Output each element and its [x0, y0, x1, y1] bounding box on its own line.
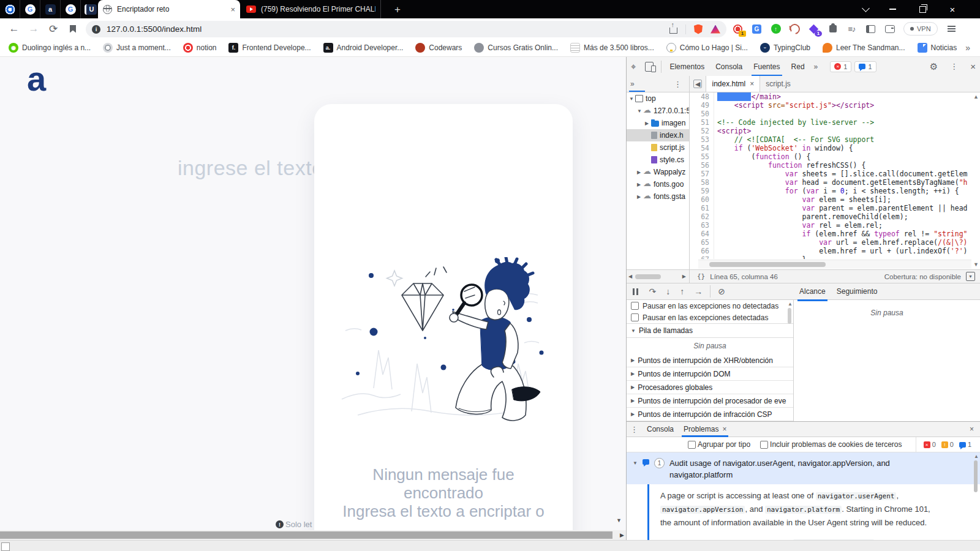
- coverage-icon[interactable]: ▼: [966, 272, 975, 281]
- scrollbar-thumb[interactable]: [0, 531, 612, 539]
- breakpoint-section[interactable]: ▶Puntos de interrupción de infracción CS…: [627, 408, 793, 421]
- breakpoint-section[interactable]: ▶Puntos de interrupción DOM: [627, 367, 793, 381]
- brave-shield-icon[interactable]: [694, 24, 703, 34]
- triangle-down-icon[interactable]: ▼: [633, 460, 638, 466]
- tab-drawer-problems[interactable]: Problemas ×: [679, 422, 731, 437]
- tab-watch[interactable]: Seguimiento: [831, 282, 883, 301]
- scroll-right-icon[interactable]: ▶: [620, 532, 624, 538]
- file-tab-index-html[interactable]: index.html ×: [706, 76, 760, 92]
- tree-expand-icon[interactable]: ▼: [637, 108, 643, 114]
- playlist-extension-icon[interactable]: ≡♪: [846, 24, 857, 34]
- pause-script-icon[interactable]: [633, 288, 638, 295]
- navigator-scrollbar[interactable]: ◀▶: [627, 270, 690, 283]
- close-window-button[interactable]: ×: [942, 0, 963, 18]
- error-count-badge[interactable]: ×1: [830, 61, 851, 72]
- line-number[interactable]: 66: [690, 247, 714, 255]
- active-tab[interactable]: Encriptador reto ×: [98, 0, 240, 18]
- scrollbar-thumb[interactable]: [974, 460, 978, 492]
- breakpoint-section[interactable]: ▶Puntos de interrupción del procesador d…: [627, 394, 793, 408]
- line-number[interactable]: 55: [690, 152, 714, 161]
- issue-row[interactable]: ▼ 1 Audit usage of navigator.userAgent, …: [627, 452, 980, 484]
- close-problems-tab-icon[interactable]: ×: [722, 425, 726, 433]
- reload-button[interactable]: ⟳: [45, 18, 61, 39]
- tab-network[interactable]: Red: [786, 57, 810, 76]
- close-tab-icon[interactable]: ×: [230, 5, 235, 14]
- settings-gear-icon[interactable]: ⚙: [930, 61, 938, 72]
- line-number[interactable]: 56: [690, 161, 714, 170]
- scrollbar-thumb[interactable]: [709, 262, 826, 267]
- tab-console[interactable]: Consola: [710, 57, 748, 76]
- pinned-tab[interactable]: G: [61, 0, 81, 18]
- bookmark-item[interactable]: Cómo Lo Hago | Si...: [666, 43, 748, 53]
- scroll-up-icon[interactable]: ▲: [788, 301, 793, 307]
- file-tree-item[interactable]: ▼top: [627, 92, 689, 105]
- brave-rewards-icon[interactable]: [710, 25, 720, 34]
- tab-search-button[interactable]: [855, 0, 876, 18]
- collapse-navigator-icon[interactable]: ◀: [693, 80, 702, 88]
- group-by-type-row[interactable]: Agrupar por tipo: [688, 440, 750, 449]
- bookmark-item[interactable]: Cursos Gratis Onlin...: [474, 43, 558, 53]
- line-number[interactable]: 50: [690, 110, 714, 118]
- scroll-down-icon[interactable]: ▼: [973, 261, 979, 268]
- thumbsup-extension-icon[interactable]: ↑: [771, 24, 781, 34]
- line-number[interactable]: 53: [690, 135, 714, 144]
- pause-caught-row[interactable]: Pausar en las excepciones detectadas: [627, 312, 793, 323]
- step-icon[interactable]: →: [694, 287, 703, 296]
- bookmark-item[interactable]: Just a moment...: [103, 43, 171, 53]
- bookmarks-overflow-chevron[interactable]: »: [965, 43, 970, 53]
- file-tree-item[interactable]: ▶fonts.gsta: [627, 190, 689, 203]
- scroll-up-icon[interactable]: ▲: [973, 94, 979, 100]
- lasso-extension-icon[interactable]: [790, 24, 800, 34]
- diamond-extension-icon[interactable]: 1: [809, 24, 819, 34]
- line-number[interactable]: 60: [690, 195, 714, 204]
- menu-button[interactable]: [946, 24, 957, 34]
- breakpoint-section[interactable]: ▶Procesadores globales: [627, 381, 793, 394]
- checkbox[interactable]: [688, 441, 696, 449]
- pretty-print-icon[interactable]: {}: [697, 272, 705, 280]
- breakpoint-section[interactable]: ▶Puntos de interrupción de XHR/obtención: [627, 354, 793, 367]
- vpn-button[interactable]: VPN: [903, 22, 938, 36]
- restore-button[interactable]: [912, 0, 933, 18]
- back-button[interactable]: ←: [6, 18, 22, 39]
- tree-expand-icon[interactable]: ▼: [629, 96, 635, 102]
- bookmark-item[interactable]: notion: [183, 43, 217, 53]
- line-number[interactable]: 59: [690, 187, 714, 195]
- line-number[interactable]: 65: [690, 238, 714, 247]
- sidebar-toggle-icon[interactable]: [865, 24, 876, 34]
- tree-expand-icon[interactable]: ▶: [637, 182, 643, 187]
- close-file-icon[interactable]: ×: [750, 80, 754, 88]
- editor-vertical-scrollbar[interactable]: ▲▼: [971, 92, 980, 269]
- bookmark-item[interactable]: a.Android Developer...: [323, 43, 404, 53]
- line-number[interactable]: 61: [690, 204, 714, 212]
- site-info-icon[interactable]: i: [92, 25, 100, 34]
- navigator-more-chevron[interactable]: »: [630, 80, 635, 88]
- line-number[interactable]: 62: [690, 212, 714, 221]
- tab-elements[interactable]: Elementos: [664, 57, 710, 76]
- pause-uncaught-row[interactable]: Pausar en las excepciones no detectadas: [627, 300, 793, 312]
- page-horizontal-scrollbar[interactable]: ▶: [0, 530, 626, 540]
- extensions-puzzle-icon[interactable]: [827, 24, 838, 34]
- wallet-icon[interactable]: [884, 24, 895, 34]
- bookmarks-button[interactable]: [65, 18, 81, 39]
- checkbox[interactable]: [631, 313, 639, 321]
- line-number[interactable]: 58: [690, 178, 714, 187]
- translate-extension-icon[interactable]: G: [752, 24, 762, 34]
- checkbox[interactable]: [760, 441, 768, 449]
- step-over-icon[interactable]: ↷: [649, 287, 657, 296]
- new-tab-button[interactable]: +: [391, 3, 404, 17]
- navigator-menu-icon[interactable]: ⋮: [670, 80, 685, 89]
- scroll-left-icon[interactable]: ◀: [628, 274, 632, 279]
- file-tree-item[interactable]: ▼127.0.0.1:5: [627, 105, 689, 117]
- checkbox[interactable]: [631, 302, 639, 310]
- tab-drawer-console[interactable]: Consola: [642, 422, 679, 437]
- file-tree-item[interactable]: style.cs: [627, 154, 689, 166]
- line-number[interactable]: 64: [690, 230, 714, 238]
- line-number[interactable]: 48: [690, 92, 714, 101]
- url-pill[interactable]: i 127.0.0.1:5500/index.html: [86, 21, 726, 37]
- file-tab-script-js[interactable]: script.js: [760, 76, 796, 92]
- share-icon[interactable]: [669, 28, 677, 34]
- bookmark-item[interactable]: ᵕTypingClub: [760, 43, 810, 53]
- inspect-element-icon[interactable]: ⌖: [631, 61, 636, 72]
- bookmark-item[interactable]: ◉Duolingo inglés a n...: [9, 43, 91, 53]
- issue-title[interactable]: Audit usage of navigator.userAgent, navi…: [669, 457, 914, 481]
